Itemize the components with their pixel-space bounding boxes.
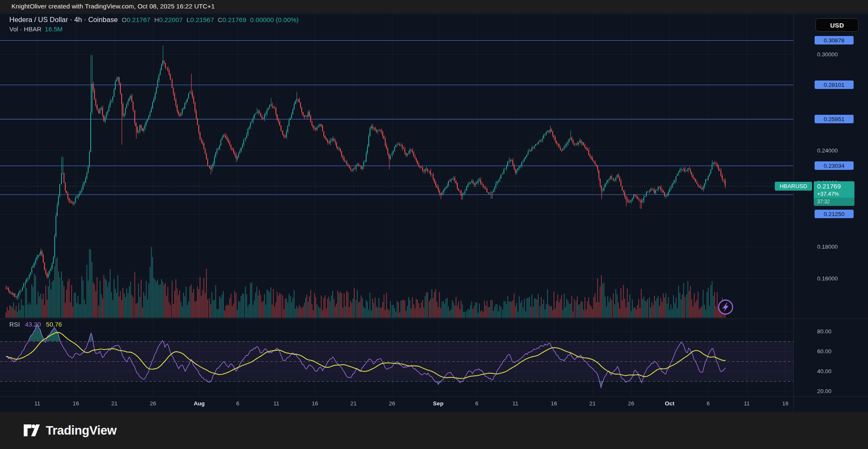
time-tick-label: Sep [433,400,444,407]
price-tick-label: 0.24000 [817,147,838,153]
current-price-label[interactable]: 0.21769 +37.47% 37:32 [814,181,854,206]
time-tick-label: Oct [665,400,675,407]
time-tick-label: 11 [512,400,518,407]
level-price-label: 0.21250 [815,210,854,218]
rsi-tick-label: 60.00 [817,348,832,355]
chart-canvas[interactable] [0,0,868,449]
time-tick-label: 11 [34,400,40,407]
price-tick-label: 0.16000 [817,275,838,282]
current-price-value: 0.21769 [814,181,854,191]
volume-indicator-value: 16.5M [45,25,63,33]
level-price-label: 0.25951 [815,115,854,123]
rsi-value: 43.20 [25,321,41,328]
time-tick-label: 21 [111,400,117,407]
time-tick-label: 16 [312,400,318,407]
tradingview-brand-text[interactable]: TradingView [46,424,117,438]
currency-toggle-button[interactable]: USD [815,18,859,32]
time-tick-label: 6 [236,400,239,407]
time-tick-label: 6 [707,400,710,407]
ohlc-open: O0.21767 [122,16,150,24]
footer-bar: TradingView [0,412,868,449]
symbol-title[interactable]: Hedera / US Dollar · 4h · Coinbase [9,16,118,24]
time-tick-label: 6 [475,400,479,407]
time-tick-label: Aug [194,400,205,407]
time-tick-label: 11 [273,400,279,407]
rsi-tick-label: 40.00 [817,368,832,374]
time-tick-label: 16 [551,400,557,407]
price-tick-label: 0.30000 [817,51,838,58]
time-tick-label: 21 [589,400,595,407]
rsi-ma-value: 50.76 [46,321,62,328]
ohlc-close: C0.21769 [218,16,246,24]
attribution-text: KnightOliver created with TradingView.co… [11,3,215,10]
time-tick-label: 26 [150,400,156,407]
time-scale[interactable]: 11162126Aug611162126Sep611162126Oct61116 [0,396,793,412]
ohlc-high: H0.22007 [154,16,183,24]
level-price-label: 0.23034 [815,161,854,170]
price-scale[interactable]: USD 0.21769 +37.47% 37:32 0.300000.28000… [793,13,868,412]
time-tick-label: 16 [72,400,79,407]
lightning-icon[interactable] [717,299,734,316]
tradingview-logo-icon[interactable] [23,424,40,437]
price-tick-label: 0.18000 [817,243,838,249]
time-tick-label: 11 [744,400,750,407]
level-price-label: 0.30878 [815,36,854,44]
level-price-label: 0.28101 [815,80,854,89]
chart-legend: Hedera / US Dollar · 4h · Coinbase O0.21… [9,16,299,34]
price-line-symbol-pill[interactable]: HBARUSD [775,182,812,191]
attribution-bar: KnightOliver created with TradingView.co… [0,0,868,13]
ohlc-low: L0.21567 [186,16,214,24]
time-tick-label: 26 [389,400,395,407]
current-price-change: +37.47% [814,191,854,198]
volume-indicator-label[interactable]: Vol · HBAR [9,25,42,33]
rsi-legend[interactable]: RSI 43.20 50.76 [9,321,62,328]
rsi-tick-label: 80.00 [817,328,832,335]
time-tick-label: 16 [782,400,788,407]
rsi-title: RSI [9,321,20,328]
rsi-tick-label: 20.00 [817,388,832,394]
bar-countdown: 37:32 [814,198,854,206]
time-tick-label: 21 [350,400,356,407]
ohlc-change: 0.00000 (0.00%) [250,16,299,24]
time-tick-label: 26 [628,400,634,407]
